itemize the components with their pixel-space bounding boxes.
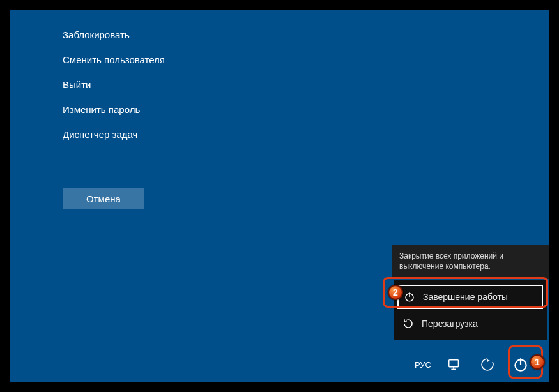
menu-item-lock[interactable]: Заблокировать (63, 29, 165, 40)
system-tray: РУС (10, 347, 549, 382)
power-menu-restart[interactable]: Перезагрузка (394, 311, 547, 336)
power-menu: Завершение работы Перезагрузка (394, 280, 547, 340)
cancel-button[interactable]: Отмена (63, 188, 144, 209)
security-options-menu: Заблокировать Сменить пользователя Выйти… (63, 29, 165, 140)
menu-item-change-password[interactable]: Изменить пароль (63, 104, 165, 115)
tray-language-label: РУС (415, 360, 431, 370)
tooltip-text: Закрытие всех приложений и выключение ко… (399, 252, 503, 271)
restart-icon (402, 318, 414, 329)
svg-rect-2 (449, 360, 459, 367)
marker-2: 2 (388, 285, 403, 300)
power-menu-shutdown[interactable]: Завершение работы (397, 285, 543, 309)
power-icon (404, 291, 415, 303)
shutdown-tooltip: Закрытие всех приложений и выключение ко… (392, 245, 549, 279)
tray-power-button[interactable] (510, 354, 531, 375)
menu-item-switch-user[interactable]: Сменить пользователя (63, 54, 165, 65)
tray-ease-of-access-icon[interactable] (477, 354, 498, 375)
cancel-button-label: Отмена (86, 193, 121, 204)
menu-item-sign-out[interactable]: Выйти (63, 79, 165, 90)
ctrl-alt-del-screen: Заблокировать Сменить пользователя Выйти… (10, 10, 549, 382)
power-menu-restart-label: Перезагрузка (422, 319, 478, 329)
power-menu-shutdown-label: Завершение работы (423, 292, 508, 302)
menu-item-task-manager[interactable]: Диспетчер задач (63, 129, 165, 140)
tray-language[interactable]: РУС (415, 360, 431, 370)
tray-network-icon[interactable] (444, 354, 464, 375)
marker-1: 1 (530, 354, 545, 370)
